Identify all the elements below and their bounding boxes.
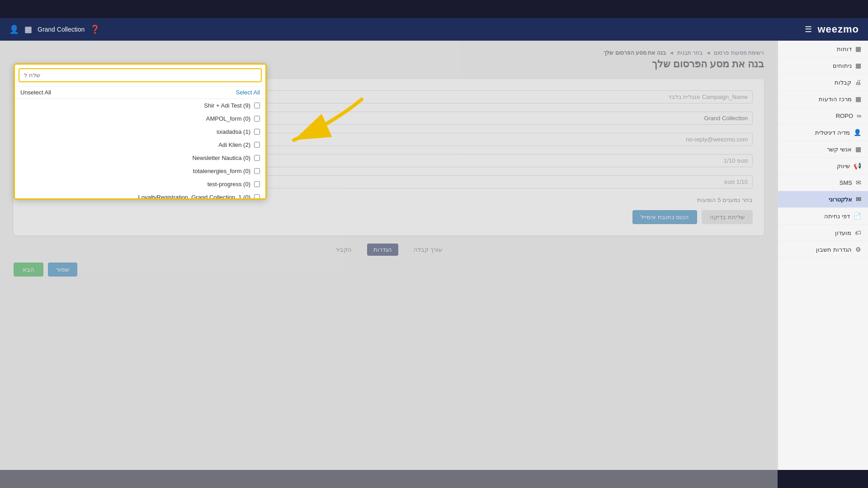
- dropdown-popup: Unselect All Select All Shir + Adi Test …: [14, 63, 267, 200]
- item-label-2: sxadadsa (1): [217, 128, 250, 135]
- sidebar-item-notifications[interactable]: ▦ מרכז הודעות: [778, 91, 868, 108]
- notifications-icon: ▦: [855, 95, 861, 103]
- nav-left: 👤 ▦ Grand Collection ❓: [9, 24, 100, 34]
- select-all-button[interactable]: Select All: [236, 89, 260, 96]
- sidebar-label-reception: קבלות: [835, 79, 851, 86]
- user-icon[interactable]: 👤: [9, 24, 19, 34]
- main-container: ▦ דוחות ▦ ניתוחים 🖨 קבלות ▦ מרכז הודעות …: [0, 41, 868, 488]
- hamburger-icon[interactable]: ☰: [805, 24, 812, 34]
- list-item[interactable]: sxadadsa (1): [15, 125, 265, 138]
- item-label-0: Shir + Adi Test (9): [204, 102, 250, 109]
- analytics-icon: ▦: [855, 62, 861, 69]
- list-item[interactable]: Shir + Adi Test (9): [15, 99, 265, 112]
- club-icon: 🏷: [855, 229, 861, 236]
- sidebar-item-ropo[interactable]: ∞ ROPO: [778, 108, 868, 124]
- item-checkbox-3[interactable]: [254, 142, 260, 148]
- item-checkbox-4[interactable]: [254, 155, 260, 161]
- item-label-1: AMPOL_form (0): [206, 115, 250, 122]
- account-settings-icon: ⚙: [855, 246, 861, 253]
- electronic-icon: ✉: [856, 196, 861, 203]
- item-label-4: Newsletter Nautica (0): [192, 155, 250, 161]
- nav-right: ☰ weezmo: [805, 23, 859, 35]
- weezmo-logo: weezmo: [817, 23, 859, 35]
- item-label-7: LoyaltyRegistration_Grand Collection_1 (…: [138, 194, 250, 198]
- sidebar-label-digital-media: מדיה דיגיטלית: [815, 129, 850, 136]
- print-icon: 📄: [854, 212, 861, 220]
- sidebar-item-sms[interactable]: ✉ SMS: [778, 174, 868, 191]
- list-item[interactable]: Newsletter Nautica (0): [15, 151, 265, 164]
- sidebar-item-contacts[interactable]: ▦ אנשי קשר: [778, 141, 868, 158]
- unselect-all-button[interactable]: Unselect All: [20, 89, 51, 96]
- right-sidebar: ▦ דוחות ▦ ניתוחים 🖨 קבלות ▦ מרכז הודעות …: [778, 41, 868, 488]
- arrow-annotation: [280, 86, 371, 160]
- sidebar-label-account-settings: הגדרות חשבון: [816, 246, 852, 253]
- list-item[interactable]: test-progress (0): [15, 178, 265, 191]
- grid-icon[interactable]: ▦: [24, 24, 32, 34]
- item-checkbox-7[interactable]: [254, 194, 260, 198]
- item-label-6: test-progress (0): [208, 181, 250, 188]
- sidebar-item-account-settings[interactable]: ⚙ הגדרות חשבון: [778, 241, 868, 258]
- sidebar-item-marketing[interactable]: 📢 שיווק: [778, 158, 868, 174]
- item-checkbox-5[interactable]: [254, 168, 260, 174]
- digital-media-icon: 👤: [854, 129, 861, 136]
- sidebar-label-analytics: ניתוחים: [833, 62, 852, 69]
- sidebar-label-reports: דוחות: [837, 46, 852, 52]
- dropdown-controls: Unselect All Select All: [15, 86, 265, 99]
- sidebar-item-electronic[interactable]: ✉ אלקטרוני: [778, 191, 868, 208]
- item-checkbox-1[interactable]: [254, 116, 260, 122]
- dropdown-search-area: [15, 65, 265, 86]
- contacts-icon: ▦: [855, 145, 861, 153]
- item-checkbox-2[interactable]: [254, 129, 260, 135]
- sidebar-label-contacts: אנשי קשר: [827, 146, 852, 153]
- list-item[interactable]: Adi Klien (2): [15, 138, 265, 151]
- sidebar-label-sms: SMS: [840, 179, 852, 186]
- dropdown-items-list: Shir + Adi Test (9) AMPOL_form (0) sxada…: [15, 99, 265, 198]
- item-label-5: totalenergies_form (0): [193, 168, 250, 174]
- dropdown-search-input[interactable]: [19, 68, 262, 82]
- sms-icon: ✉: [856, 179, 861, 186]
- item-checkbox-6[interactable]: [254, 181, 260, 187]
- sidebar-label-electronic: אלקטרוני: [829, 196, 852, 203]
- list-item[interactable]: totalenergies_form (0): [15, 164, 265, 178]
- sidebar-label-notifications: מרכז הודעות: [819, 96, 852, 103]
- item-label-3: Adi Klien (2): [218, 141, 250, 148]
- list-item[interactable]: LoyaltyRegistration_Grand Collection_1 (…: [15, 191, 265, 198]
- item-checkbox-0[interactable]: [254, 103, 260, 108]
- top-bar: [0, 0, 868, 18]
- sidebar-label-print: דפי נחיתה: [824, 213, 850, 220]
- nav-bar: 👤 ▦ Grand Collection ❓ ☰ weezmo: [0, 18, 868, 41]
- list-item[interactable]: AMPOL_form (0): [15, 112, 265, 125]
- sidebar-item-club[interactable]: 🏷 מועדון: [778, 225, 868, 241]
- reception-icon: 🖨: [855, 79, 861, 86]
- sidebar-item-reception[interactable]: 🖨 קבלות: [778, 74, 868, 91]
- reports-icon: ▦: [855, 45, 861, 52]
- sidebar-item-reports[interactable]: ▦ דוחות: [778, 41, 868, 57]
- nav-title: Grand Collection: [38, 26, 85, 33]
- sidebar-item-print[interactable]: 📄 דפי נחיתה: [778, 208, 868, 225]
- sidebar-item-digital-media[interactable]: 👤 מדיה דיגיטלית: [778, 124, 868, 141]
- ropo-icon: ∞: [857, 112, 861, 119]
- marketing-icon: 📢: [854, 162, 861, 169]
- sidebar-label-ropo: ROPO: [836, 113, 853, 119]
- sidebar-label-marketing: שיווק: [837, 163, 850, 169]
- help-icon[interactable]: ❓: [90, 24, 100, 34]
- sidebar-item-analytics[interactable]: ▦ ניתוחים: [778, 57, 868, 74]
- sidebar-label-club: מועדון: [835, 230, 851, 236]
- content-area: רשימת מסעות פרסום ◄ בחר תבנית ◄ בנה את מ…: [0, 41, 778, 488]
